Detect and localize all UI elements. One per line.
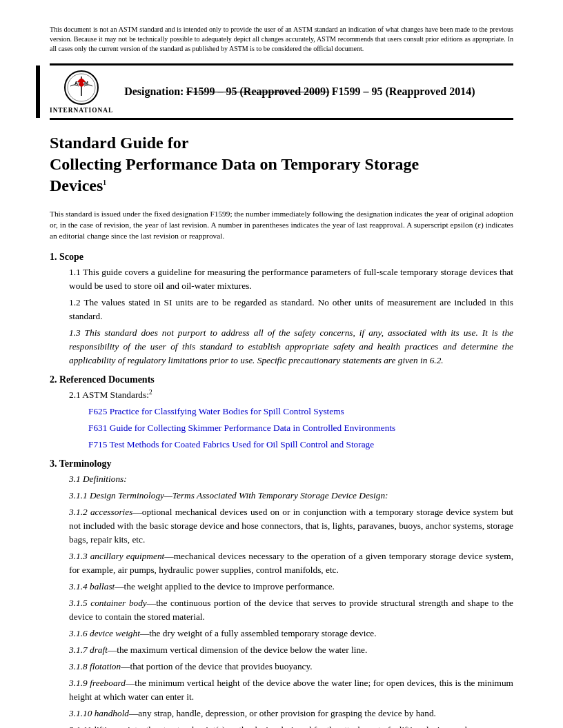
section-3-1-10: 3.1.10 handhold—any strap, handle, depre… [69, 707, 513, 720]
designation-new: F1599 – 95 (Reapproved 2014) [332, 85, 475, 97]
section-1-2: 1.2 The values stated in SI units are to… [69, 296, 513, 323]
section-3-1-6: 3.1.6 device weight—the dry weight of a … [69, 627, 513, 640]
section-1-1: 1.1 This guide covers a guideline for me… [69, 265, 513, 293]
section-2-1: 2.1 ASTM Standards:2 [69, 388, 513, 402]
page: This document is not an ASTM standard an… [0, 0, 563, 728]
section-3-1-5: 3.1.5 container body—the continuous port… [69, 596, 513, 624]
designation-block: Designation: F1599 – 95 (Reapproved 2009… [124, 85, 475, 98]
astm-logo: ASTM INTERNATIONAL [50, 70, 113, 114]
title-block: Standard Guide forCollecting Performance… [50, 132, 513, 242]
logo-label: INTERNATIONAL [50, 107, 113, 114]
section-3-1-2: 3.1.2 accessories—optional mechanical de… [69, 505, 513, 547]
section-3-heading: 3. Terminology [50, 458, 513, 469]
section-3-1-7: 3.1.7 draft—the maximum vertical dimensi… [69, 643, 513, 657]
ref-link-f715[interactable]: F715 Test Methods for Coated Fabrics Use… [88, 438, 513, 452]
section-3-1-8: 3.1.8 flotation—that portion of the devi… [69, 660, 513, 674]
section-3-1: 3.1 Definitions: [69, 472, 513, 486]
title-sup: 1 [103, 179, 106, 186]
section-3-1-1: 3.1.1 Design Terminology—Terms Associate… [69, 489, 513, 503]
section-1-3: 1.3 This standard does not purport to ad… [69, 326, 513, 367]
issuance-note: This standard is issued under the fixed … [50, 208, 513, 242]
top-notice: This document is not an ASTM standard an… [50, 25, 513, 54]
main-title: Standard Guide forCollecting Performance… [50, 132, 513, 197]
designation-label: Designation: [124, 85, 184, 97]
section-3-1-4: 3.1.4 ballast—the weight applied to the … [69, 580, 513, 594]
section-3-1-3: 3.1.3 ancillary equipment—mechanical dev… [69, 549, 513, 577]
left-bar-decoration [36, 65, 40, 118]
header-bar: ASTM INTERNATIONAL Designation: F1599 – … [50, 63, 513, 120]
designation-old: F1599 – 95 (Reapproved 2009) [186, 85, 330, 97]
section-2-heading: 2. Referenced Documents [50, 374, 513, 385]
ref-link-f631[interactable]: F631 Guide for Collecting Skimmer Perfor… [88, 421, 513, 435]
ref-link-f625[interactable]: F625 Practice for Classifying Water Bodi… [88, 405, 513, 418]
ref-doc-sup: 2 [149, 389, 152, 396]
section-3-1-9: 3.1.9 freeboard—the minimum vertical hei… [69, 676, 513, 704]
section-1-heading: 1. Scope [50, 252, 513, 263]
astm-logo-svg: ASTM [63, 70, 99, 105]
section-3-1-11: 3.1.11 lifting point—the structural poin… [69, 723, 513, 728]
